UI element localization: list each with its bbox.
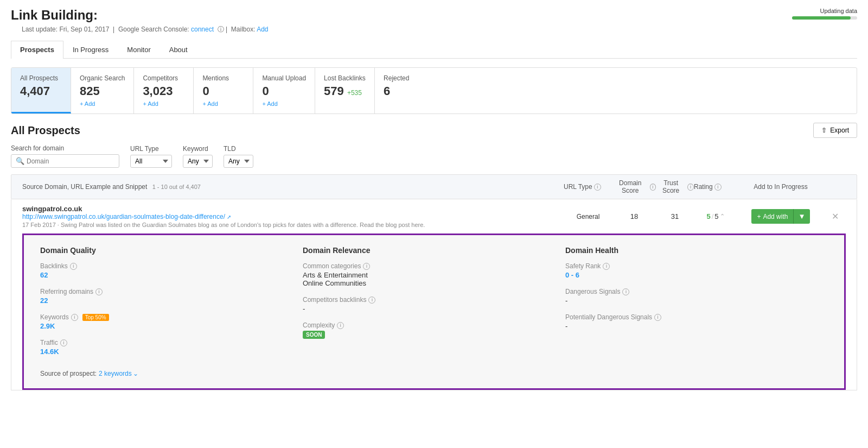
domain-quality-col: Domain Quality Backlinks i 62 Referring … — [40, 246, 303, 364]
card-manual-upload-add[interactable]: + Add — [262, 100, 306, 107]
th-add: Add to In Progress — [737, 183, 824, 191]
card-competitors-label: Competitors — [143, 74, 184, 82]
mailbox-link[interactable]: Add — [257, 26, 268, 33]
trust-score-info-icon[interactable]: i — [687, 184, 694, 191]
mailbox-label: Mailbox: — [231, 26, 256, 33]
dropdown-chevron-icon: ▼ — [798, 212, 805, 220]
tab-prospects[interactable]: Prospects — [11, 41, 63, 59]
referring-domains-info-icon[interactable]: i — [95, 288, 103, 295]
competitors-backlinks-item: Competitors backlinks i - — [303, 296, 565, 313]
tab-monitor[interactable]: Monitor — [118, 41, 159, 58]
card-competitors[interactable]: Competitors 3,023 + Add — [134, 68, 194, 113]
backlinks-label: Backlinks i — [40, 262, 303, 270]
domain-relevance-col: Domain Relevance Common categories i Art… — [303, 246, 565, 364]
common-categories-info-icon[interactable]: i — [363, 263, 370, 270]
row-trust-score: 31 — [656, 212, 694, 220]
url-type-select[interactable]: All General Blog — [130, 155, 172, 168]
tld-select[interactable]: Any — [224, 155, 253, 168]
card-mentions[interactable]: Mentions 0 + Add — [194, 68, 253, 113]
search-input-wrap: 🔍 — [11, 154, 119, 168]
row-url-type: General — [564, 213, 612, 220]
domain-health-col: Domain Health Safety Rank i 0 - 6 Danger… — [565, 246, 828, 364]
keyword-select[interactable]: Any — [183, 155, 213, 168]
potentially-dangerous-info-icon[interactable]: i — [654, 314, 661, 321]
external-link-icon: ➚ — [227, 214, 231, 220]
rating-slash: / — [712, 212, 714, 220]
row-url[interactable]: http://www.swingpatrol.co.uk/guardian-so… — [22, 213, 564, 220]
domain-health-title: Domain Health — [565, 246, 828, 255]
tab-about[interactable]: About — [160, 41, 197, 58]
search-label: Search for domain — [11, 144, 119, 152]
backlinks-item: Backlinks i 62 — [40, 262, 303, 279]
domain-score-info-icon[interactable]: i — [650, 184, 656, 191]
google-search-link[interactable]: connect — [191, 26, 214, 33]
url-type-group: URL Type All General Blog — [130, 145, 172, 168]
card-rejected[interactable]: Rejected 6 — [375, 68, 435, 113]
card-competitors-add[interactable]: + Add — [143, 100, 184, 107]
category-arts: Arts & Entertainment — [303, 271, 565, 279]
traffic-value: 14.6K — [40, 348, 303, 356]
source-chevron-icon: ⌄ — [133, 370, 138, 377]
card-rejected-value: 6 — [384, 84, 426, 98]
google-search-label: Google Search Console: — [118, 26, 189, 33]
last-update-label: Last update: Fri, Sep 01, 2017 — [22, 26, 109, 33]
card-all-prospects[interactable]: All Prospects 4,407 — [11, 68, 71, 113]
section-title: All Prospects — [11, 124, 80, 137]
row-domain-score: 18 — [612, 212, 656, 220]
competitors-backlinks-label: Competitors backlinks i — [303, 296, 565, 304]
tab-in-progress[interactable]: In Progress — [63, 41, 118, 58]
url-type-info-icon[interactable]: i — [594, 184, 601, 191]
backlinks-info-icon[interactable]: i — [70, 263, 77, 270]
detail-cols: Domain Quality Backlinks i 62 Referring … — [40, 246, 828, 364]
export-button[interactable]: ⇧ Export — [813, 123, 857, 138]
domain-relevance-title: Domain Relevance — [303, 246, 565, 255]
row-add: + Add with ▼ — [737, 209, 824, 224]
tab-bar: Prospects In Progress Monitor About — [11, 41, 857, 59]
safety-rank-info-icon[interactable]: i — [603, 263, 610, 270]
rating-value: 5 — [706, 212, 710, 220]
common-categories-label: Common categories i — [303, 262, 565, 270]
update-bar — [792, 16, 857, 20]
row-snippet: 17 Feb 2017 · Swing Patrol was listed on… — [22, 222, 564, 228]
search-input[interactable] — [27, 157, 114, 165]
competitors-backlinks-info-icon[interactable]: i — [368, 296, 375, 304]
common-categories-item: Common categories i Arts & Entertainment… — [303, 262, 565, 287]
source-count-link[interactable]: 2 keywords ⌄ — [99, 370, 138, 377]
card-organic-search[interactable]: Organic Search 825 + Add — [71, 68, 134, 113]
lost-backlinks-plus: +535 — [347, 89, 362, 97]
th-count: 1 - 10 out of 4,407 — [152, 184, 201, 190]
traffic-info-icon[interactable]: i — [60, 339, 67, 346]
row-domain: swingpatrol.co.uk — [22, 205, 564, 213]
card-manual-upload-label: Manual Upload — [262, 74, 306, 82]
keyword-label: Keyword — [183, 145, 213, 153]
card-mentions-add[interactable]: + Add — [202, 100, 244, 107]
card-lost-backlinks[interactable]: Lost Backlinks 579 +535 — [315, 68, 375, 113]
keywords-badge: Top 50% — [82, 314, 109, 321]
rating-info-icon[interactable]: i — [714, 184, 722, 191]
update-status: Updating data — [792, 8, 857, 20]
th-url-type: URL Type i — [564, 183, 612, 191]
traffic-item: Traffic i 14.6K — [40, 339, 303, 356]
add-dropdown-button[interactable]: ▼ — [793, 209, 809, 224]
complexity-item: Complexity i SOON — [303, 321, 565, 339]
update-label: Updating data — [792, 8, 857, 14]
search-group: Search for domain 🔍 — [11, 144, 119, 168]
keywords-info-icon[interactable]: i — [71, 314, 78, 321]
rating-chevron[interactable]: ⌃ — [720, 213, 725, 220]
card-organic-search-add[interactable]: + Add — [80, 100, 125, 107]
dangerous-signals-item: Dangerous Signals i - — [565, 288, 828, 305]
safety-rank-item: Safety Rank i 0 - 6 — [565, 262, 828, 279]
add-btn-group: + Add with ▼ — [751, 209, 809, 224]
dismiss-button[interactable]: ✕ — [829, 209, 841, 224]
complexity-info-icon[interactable]: i — [337, 322, 344, 329]
search-row: Search for domain 🔍 URL Type All General… — [0, 144, 868, 168]
backlinks-value: 62 — [40, 271, 303, 279]
card-manual-upload[interactable]: Manual Upload 0 + Add — [253, 68, 315, 113]
add-button[interactable]: + Add with — [751, 209, 793, 224]
dangerous-signals-info-icon[interactable]: i — [622, 288, 629, 295]
th-domain-score: Domain Score i — [612, 179, 656, 194]
export-label: Export — [830, 127, 849, 134]
dangerous-signals-value: - — [565, 296, 828, 305]
card-organic-search-value: 825 — [80, 84, 125, 98]
potentially-dangerous-label: Potentially Dangerous Signals i — [565, 313, 828, 321]
